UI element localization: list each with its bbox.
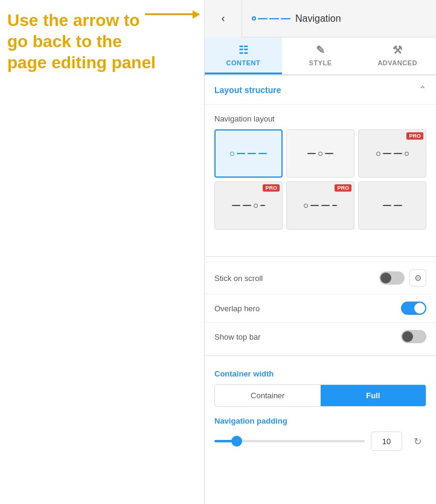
container-btn-full[interactable]: Full [321,385,426,406]
style-icon: ✎ [316,44,325,57]
layout-option-5[interactable]: PRO [286,181,354,230]
tab-style-label: STYLE [309,59,332,66]
container-width-title: Container width [214,369,426,378]
layout-option-1[interactable] [214,129,283,178]
stick-on-scroll-controls: ⚙ [379,270,426,286]
dash6 [383,153,391,154]
dot5 [254,204,258,208]
layout-5-icon [304,204,337,208]
tab-advanced[interactable]: ⚒ ADVANCED [359,37,436,74]
dash1 [237,153,245,154]
dash9 [243,205,251,206]
advanced-icon: ⚒ [393,44,403,57]
layout-structure-title: Layout structure [214,85,281,95]
slider-value-input[interactable] [371,431,402,451]
dash4 [307,153,316,154]
overlap-hero-toggle[interactable] [401,302,426,315]
dash10 [260,205,265,206]
layout-6-icon [383,205,402,206]
nav-line-seg [258,18,268,19]
stick-on-scroll-toggle[interactable] [379,271,405,285]
nav-line-seg2 [269,18,279,19]
nav-layout-label: Navigation layout [214,114,426,123]
navigation-padding-title: Navigation padding [214,416,426,425]
tab-bar: ☷ CONTENT ✎ STYLE ⚒ ADVANCED [205,37,436,76]
layout-option-2[interactable] [286,129,354,178]
content-icon: ☷ [239,44,249,57]
back-arrow-icon: ‹ [222,12,225,25]
show-top-bar-label: Show top bar [214,332,261,341]
pro-badge-3: PRO [335,184,351,192]
dot1 [230,152,234,156]
slider-track[interactable] [214,440,365,442]
dot3 [376,152,380,156]
divider-2 [205,355,436,356]
overlap-hero-label: Overlap hero [214,304,260,313]
container-btn-container[interactable]: Container [215,385,321,406]
tab-content-label: CONTENT [226,59,261,66]
dash2 [248,153,256,154]
panel-content-area: Layout structure ⌃ Navigation layout [205,76,436,504]
toggle-thumb-2 [414,303,425,314]
nav-dots-icon [252,16,290,21]
collapse-icon[interactable]: ⌃ [418,84,426,95]
dash3 [258,153,267,154]
pro-badge-2: PRO [263,184,280,192]
annotation-box: Use the arrow to go back to the page edi… [0,0,169,83]
back-button[interactable]: ‹ [205,0,242,37]
dot6 [304,204,308,208]
overlap-hero-row: Overlap hero [205,294,436,322]
layout-grid: PRO PRO [214,129,426,230]
toggle-thumb-1 [380,273,391,283]
arrow-line [145,13,199,15]
reset-icon: ↻ [414,436,422,447]
dash11 [310,205,319,206]
slider-row: ↻ [214,431,426,451]
layout-option-4[interactable]: PRO [214,181,283,230]
reset-button[interactable]: ↻ [408,432,426,450]
layout-option-3[interactable]: PRO [358,129,426,178]
stick-on-scroll-gear[interactable]: ⚙ [409,270,426,286]
dash5 [325,153,333,154]
navigation-padding-section: Navigation padding ↻ [205,416,436,460]
dot2 [318,152,322,156]
layout-3-icon [376,152,409,156]
container-width-section: Container width Container Full [205,361,436,407]
dash15 [394,205,402,206]
layout-4-icon [232,204,265,208]
show-top-bar-toggle[interactable] [401,330,426,343]
nav-indicator: Navigation [242,13,351,24]
annotation-text: Use the arrow to go back to the page edi… [7,11,156,72]
dash7 [394,153,402,154]
settings-panel: ‹ Navigation ☷ CONTENT ✎ STYLE ⚒ ADVANCE… [204,0,436,504]
layout-option-6[interactable] [358,181,426,230]
dot4 [405,152,409,156]
nav-line-seg3 [281,18,290,19]
dash12 [321,205,330,206]
dash13 [332,205,337,206]
container-width-buttons: Container Full [214,384,426,407]
layout-1-icon [230,152,267,156]
show-top-bar-row: Show top bar [205,322,436,351]
stick-on-scroll-label: Stick on scroll [214,274,263,283]
nav-dot [252,16,256,21]
stick-on-scroll-row: Stick on scroll ⚙ [205,262,436,294]
layout-structure-header: Layout structure ⌃ [205,76,436,105]
annotation-arrow [145,13,199,15]
layout-structure-body: Navigation layout [205,105,436,251]
tab-content[interactable]: ☷ CONTENT [205,37,282,74]
tab-advanced-label: ADVANCED [377,59,417,66]
tab-style[interactable]: ✎ STYLE [282,37,359,74]
layout-2-icon [307,152,333,156]
panel-header: ‹ Navigation [205,0,436,37]
dash14 [383,205,391,206]
divider-1 [205,256,436,257]
pro-badge-1: PRO [406,132,423,140]
toggle-thumb-3 [402,331,413,342]
slider-thumb[interactable] [231,436,242,447]
panel-title: Navigation [295,13,341,24]
dash8 [232,205,240,206]
gear-icon: ⚙ [414,273,422,283]
